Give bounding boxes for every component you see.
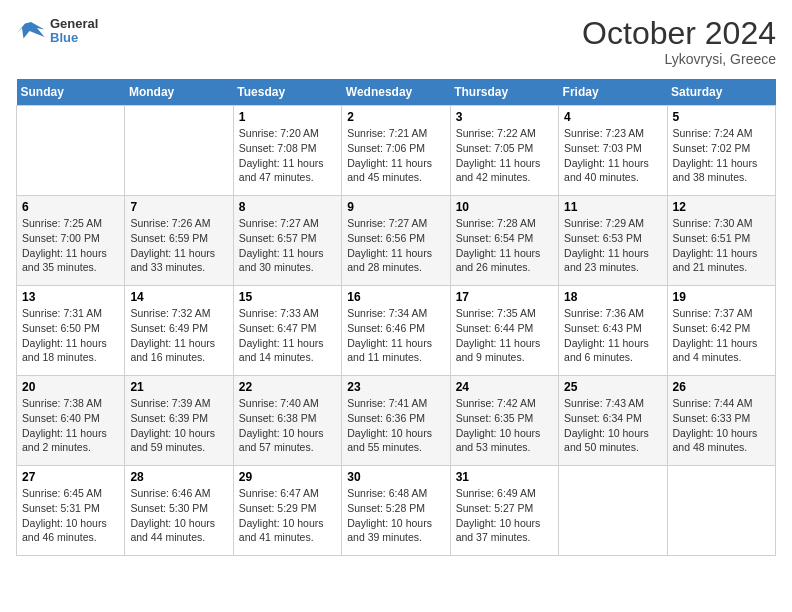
day-of-week-header: Tuesday <box>233 79 341 106</box>
calendar-week-row: 20 Sunrise: 7:38 AM Sunset: 6:40 PM Dayl… <box>17 376 776 466</box>
sunset-text: Sunset: 6:36 PM <box>347 412 425 424</box>
daylight-text: Daylight: 10 hours and 41 minutes. <box>239 517 324 544</box>
day-info: Sunrise: 7:29 AM Sunset: 6:53 PM Dayligh… <box>564 216 661 275</box>
sunset-text: Sunset: 7:03 PM <box>564 142 642 154</box>
day-info: Sunrise: 7:42 AM Sunset: 6:35 PM Dayligh… <box>456 396 553 455</box>
sunrise-text: Sunrise: 6:48 AM <box>347 487 427 499</box>
day-info: Sunrise: 7:43 AM Sunset: 6:34 PM Dayligh… <box>564 396 661 455</box>
sunrise-text: Sunrise: 7:28 AM <box>456 217 536 229</box>
calendar-header: SundayMondayTuesdayWednesdayThursdayFrid… <box>17 79 776 106</box>
sunset-text: Sunset: 6:51 PM <box>673 232 751 244</box>
day-number: 20 <box>22 380 119 394</box>
day-number: 25 <box>564 380 661 394</box>
sunrise-text: Sunrise: 7:34 AM <box>347 307 427 319</box>
daylight-text: Daylight: 11 hours and 47 minutes. <box>239 157 324 184</box>
sunrise-text: Sunrise: 7:27 AM <box>239 217 319 229</box>
calendar-cell <box>125 106 233 196</box>
daylight-text: Daylight: 10 hours and 59 minutes. <box>130 427 215 454</box>
daylight-text: Daylight: 11 hours and 26 minutes. <box>456 247 541 274</box>
daylight-text: Daylight: 11 hours and 18 minutes. <box>22 337 107 364</box>
calendar-cell: 28 Sunrise: 6:46 AM Sunset: 5:30 PM Dayl… <box>125 466 233 556</box>
day-info: Sunrise: 7:38 AM Sunset: 6:40 PM Dayligh… <box>22 396 119 455</box>
day-number: 3 <box>456 110 553 124</box>
calendar-cell <box>559 466 667 556</box>
daylight-text: Daylight: 11 hours and 35 minutes. <box>22 247 107 274</box>
sunset-text: Sunset: 7:00 PM <box>22 232 100 244</box>
day-number: 27 <box>22 470 119 484</box>
sunrise-text: Sunrise: 6:46 AM <box>130 487 210 499</box>
day-number: 12 <box>673 200 770 214</box>
day-number: 28 <box>130 470 227 484</box>
calendar-cell: 16 Sunrise: 7:34 AM Sunset: 6:46 PM Dayl… <box>342 286 450 376</box>
calendar-cell: 18 Sunrise: 7:36 AM Sunset: 6:43 PM Dayl… <box>559 286 667 376</box>
daylight-text: Daylight: 11 hours and 11 minutes. <box>347 337 432 364</box>
day-number: 1 <box>239 110 336 124</box>
sunset-text: Sunset: 7:05 PM <box>456 142 534 154</box>
sunset-text: Sunset: 6:43 PM <box>564 322 642 334</box>
day-info: Sunrise: 7:21 AM Sunset: 7:06 PM Dayligh… <box>347 126 444 185</box>
sunset-text: Sunset: 6:38 PM <box>239 412 317 424</box>
title-area: October 2024 Lykovrysi, Greece <box>582 16 776 67</box>
day-of-week-header: Sunday <box>17 79 125 106</box>
sunset-text: Sunset: 7:08 PM <box>239 142 317 154</box>
day-info: Sunrise: 7:39 AM Sunset: 6:39 PM Dayligh… <box>130 396 227 455</box>
day-number: 15 <box>239 290 336 304</box>
sunrise-text: Sunrise: 7:44 AM <box>673 397 753 409</box>
logo-line1: General <box>50 17 98 31</box>
day-info: Sunrise: 7:25 AM Sunset: 7:00 PM Dayligh… <box>22 216 119 275</box>
day-number: 31 <box>456 470 553 484</box>
calendar-cell: 25 Sunrise: 7:43 AM Sunset: 6:34 PM Dayl… <box>559 376 667 466</box>
daylight-text: Daylight: 11 hours and 30 minutes. <box>239 247 324 274</box>
sunrise-text: Sunrise: 6:47 AM <box>239 487 319 499</box>
sunset-text: Sunset: 7:02 PM <box>673 142 751 154</box>
day-info: Sunrise: 7:28 AM Sunset: 6:54 PM Dayligh… <box>456 216 553 275</box>
calendar-cell: 27 Sunrise: 6:45 AM Sunset: 5:31 PM Dayl… <box>17 466 125 556</box>
day-info: Sunrise: 7:22 AM Sunset: 7:05 PM Dayligh… <box>456 126 553 185</box>
sunset-text: Sunset: 6:40 PM <box>22 412 100 424</box>
sunrise-text: Sunrise: 7:27 AM <box>347 217 427 229</box>
day-info: Sunrise: 6:46 AM Sunset: 5:30 PM Dayligh… <box>130 486 227 545</box>
calendar-cell: 10 Sunrise: 7:28 AM Sunset: 6:54 PM Dayl… <box>450 196 558 286</box>
day-number: 9 <box>347 200 444 214</box>
calendar-cell: 29 Sunrise: 6:47 AM Sunset: 5:29 PM Dayl… <box>233 466 341 556</box>
day-number: 17 <box>456 290 553 304</box>
daylight-text: Daylight: 11 hours and 16 minutes. <box>130 337 215 364</box>
sunrise-text: Sunrise: 6:49 AM <box>456 487 536 499</box>
sunset-text: Sunset: 6:34 PM <box>564 412 642 424</box>
day-number: 4 <box>564 110 661 124</box>
sunset-text: Sunset: 5:31 PM <box>22 502 100 514</box>
sunset-text: Sunset: 6:44 PM <box>456 322 534 334</box>
calendar-week-row: 6 Sunrise: 7:25 AM Sunset: 7:00 PM Dayli… <box>17 196 776 286</box>
calendar-week-row: 1 Sunrise: 7:20 AM Sunset: 7:08 PM Dayli… <box>17 106 776 196</box>
day-info: Sunrise: 7:27 AM Sunset: 6:56 PM Dayligh… <box>347 216 444 275</box>
sunrise-text: Sunrise: 7:25 AM <box>22 217 102 229</box>
sunset-text: Sunset: 5:27 PM <box>456 502 534 514</box>
daylight-text: Daylight: 11 hours and 21 minutes. <box>673 247 758 274</box>
sunrise-text: Sunrise: 6:45 AM <box>22 487 102 499</box>
day-info: Sunrise: 7:37 AM Sunset: 6:42 PM Dayligh… <box>673 306 770 365</box>
sunrise-text: Sunrise: 7:29 AM <box>564 217 644 229</box>
day-info: Sunrise: 6:49 AM Sunset: 5:27 PM Dayligh… <box>456 486 553 545</box>
calendar-cell: 13 Sunrise: 7:31 AM Sunset: 6:50 PM Dayl… <box>17 286 125 376</box>
daylight-text: Daylight: 10 hours and 57 minutes. <box>239 427 324 454</box>
calendar-cell: 5 Sunrise: 7:24 AM Sunset: 7:02 PM Dayli… <box>667 106 775 196</box>
day-info: Sunrise: 6:48 AM Sunset: 5:28 PM Dayligh… <box>347 486 444 545</box>
daylight-text: Daylight: 10 hours and 39 minutes. <box>347 517 432 544</box>
day-number: 18 <box>564 290 661 304</box>
day-info: Sunrise: 7:34 AM Sunset: 6:46 PM Dayligh… <box>347 306 444 365</box>
daylight-text: Daylight: 10 hours and 50 minutes. <box>564 427 649 454</box>
logo-icon <box>16 16 46 46</box>
day-number: 30 <box>347 470 444 484</box>
sunset-text: Sunset: 6:50 PM <box>22 322 100 334</box>
calendar-cell: 24 Sunrise: 7:42 AM Sunset: 6:35 PM Dayl… <box>450 376 558 466</box>
day-info: Sunrise: 7:33 AM Sunset: 6:47 PM Dayligh… <box>239 306 336 365</box>
daylight-text: Daylight: 11 hours and 14 minutes. <box>239 337 324 364</box>
day-number: 6 <box>22 200 119 214</box>
day-info: Sunrise: 7:31 AM Sunset: 6:50 PM Dayligh… <box>22 306 119 365</box>
day-number: 24 <box>456 380 553 394</box>
day-info: Sunrise: 7:35 AM Sunset: 6:44 PM Dayligh… <box>456 306 553 365</box>
sunrise-text: Sunrise: 7:41 AM <box>347 397 427 409</box>
day-number: 11 <box>564 200 661 214</box>
sunset-text: Sunset: 6:35 PM <box>456 412 534 424</box>
daylight-text: Daylight: 11 hours and 33 minutes. <box>130 247 215 274</box>
